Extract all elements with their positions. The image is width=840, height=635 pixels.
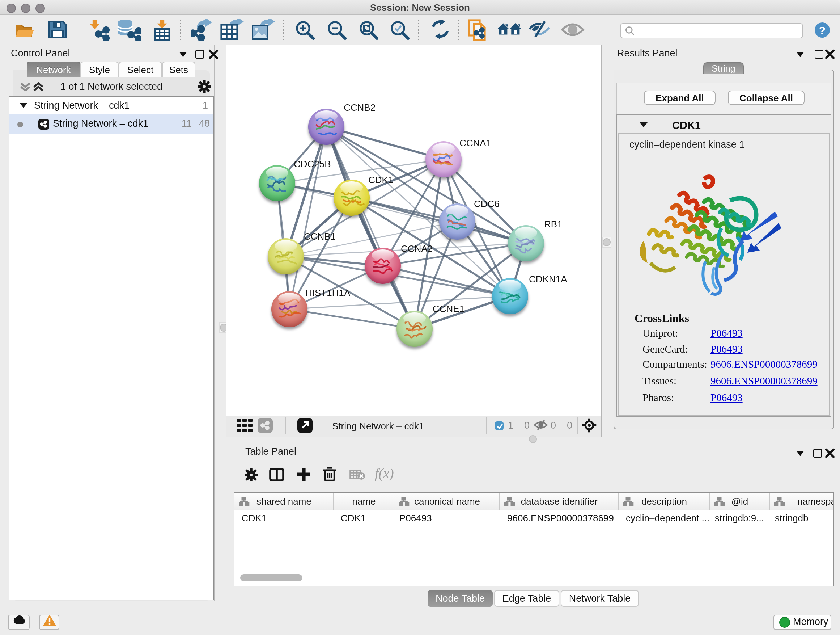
svg-text:CDK1: CDK1: [368, 174, 393, 185]
svg-text:CCNB1: CCNB1: [304, 231, 336, 242]
svg-text:CCNB2: CCNB2: [344, 102, 376, 113]
svg-text:HIST1H1A: HIST1H1A: [305, 287, 351, 298]
svg-text:CCNA1: CCNA1: [459, 138, 491, 149]
svg-text:CCNA2: CCNA2: [401, 243, 433, 254]
svg-text:CDKN1A: CDKN1A: [529, 274, 567, 285]
svg-text:CDC25B: CDC25B: [294, 158, 331, 169]
svg-text:CDC6: CDC6: [474, 198, 500, 209]
svg-text:RB1: RB1: [544, 219, 562, 230]
svg-text:CCNE1: CCNE1: [433, 303, 464, 314]
